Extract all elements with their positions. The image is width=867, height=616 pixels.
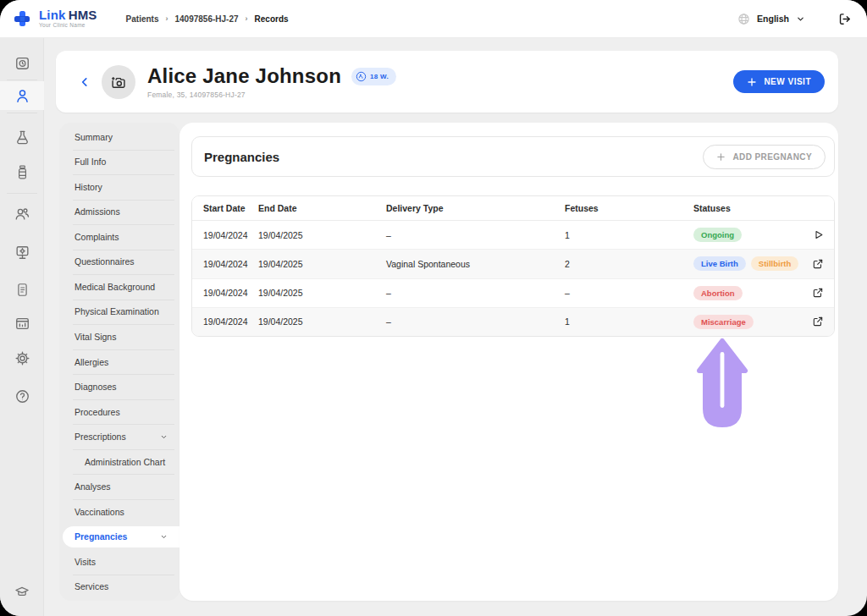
help-icon[interactable] [0, 382, 44, 410]
sidebar-item-label: Complaints [75, 232, 119, 242]
staff-icon[interactable] [0, 199, 44, 228]
chevron-down-icon [160, 433, 168, 441]
external-link-icon [812, 316, 824, 327]
app-window: Link HMS Your Clinic Name Patients › 140… [0, 0, 867, 616]
breadcrumb-patient-id[interactable]: 14097856-HJ-27 [174, 14, 238, 24]
sidebar-item-complaints[interactable]: Complaints [59, 224, 179, 250]
play-icon [812, 228, 825, 241]
camera-plus-icon [110, 74, 127, 91]
sidebar-item-vital-signs[interactable]: Vital Signs [59, 324, 179, 349]
pregnancy-week-badge: 18 W. [351, 68, 396, 85]
open-pregnancy-button[interactable] [809, 255, 827, 273]
cell-start-date: 19/04/2024 [192, 288, 258, 298]
cell-end-date: 19/04/2025 [258, 230, 386, 240]
sidebar-item-services[interactable]: Services [59, 575, 179, 600]
sidebar-item-label: Admissions [75, 206, 120, 217]
cell-delivery-type: – [386, 288, 565, 298]
brand-suffix: HMS [69, 8, 97, 21]
table-header: Start Date End Date Delivery Type Fetuse… [192, 196, 834, 221]
sidebar-item-label: Services [75, 581, 108, 591]
sidebar-item-label: History [75, 182, 102, 192]
add-pregnancy-button[interactable]: ADD PREGNANCY [703, 145, 826, 169]
brand-name: Link [39, 8, 66, 21]
open-pregnancy-button[interactable] [809, 312, 827, 331]
table-row: 19/04/2024 19/04/2025 – 1 Ongoing [192, 221, 834, 249]
sidebar-item-label: Medical Background [75, 282, 155, 292]
language-label: English [757, 14, 789, 24]
back-button[interactable] [75, 72, 95, 92]
sidebar-item-physical-examination[interactable]: Physical Examination [59, 300, 179, 325]
appointments-icon[interactable] [0, 48, 44, 77]
laboratory-icon[interactable] [0, 123, 44, 151]
language-selector[interactable]: English [737, 13, 805, 25]
sidebar-item-questionnaires[interactable]: Questionnaires [59, 250, 179, 275]
column-start-date: Start Date [192, 203, 258, 213]
status-badge-stillbirth: Stillbirth [751, 256, 799, 271]
open-pregnancy-button[interactable] [809, 283, 827, 302]
sidebar-item-procedures[interactable]: Procedures [59, 399, 179, 425]
sidebar-item-label: Pregnancies [75, 531, 127, 542]
status-badge-abortion: Abortion [693, 286, 743, 300]
sidebar-item-pregnancies[interactable]: Pregnancies [59, 525, 179, 550]
rail-divider [7, 80, 37, 80]
plus-icon [747, 77, 757, 87]
new-visit-label: NEW VISIT [764, 77, 811, 86]
patient-header-card: Alice Jane Johnson 18 W. Female, 35, 140… [56, 51, 838, 113]
sidebar-item-label: Physical Examination [75, 306, 159, 316]
sidebar-item-allergies[interactable]: Allergies [59, 349, 179, 375]
cell-fetuses: – [565, 288, 693, 298]
table-row: 19/04/2024 19/04/2025 – 1 Miscarriage [192, 307, 834, 336]
sidebar-item-prescriptions[interactable]: Prescriptions [59, 424, 179, 449]
documents-icon[interactable] [0, 275, 44, 304]
sidebar-item-label: Procedures [75, 407, 120, 417]
sidebar-item-diagnoses[interactable]: Diagnoses [59, 374, 179, 399]
sidebar-item-full-info[interactable]: Full Info [59, 150, 179, 175]
reports-icon[interactable] [0, 309, 44, 338]
patient-name: Alice Jane Johnson [147, 64, 341, 88]
settings-icon[interactable] [0, 344, 44, 372]
plus-icon [716, 152, 726, 162]
status-badge-ongoing: Ongoing [693, 228, 742, 242]
column-end-date: End Date [258, 203, 386, 213]
sidebar-item-label: Analyses [75, 481, 111, 492]
cell-delivery-type: – [386, 316, 565, 327]
logout-button[interactable] [837, 12, 852, 26]
cell-start-date: 19/04/2024 [192, 316, 258, 327]
sidebar-item-admissions[interactable]: Admissions [59, 200, 179, 225]
top-bar: Link HMS Your Clinic Name Patients › 140… [0, 0, 867, 38]
sidebar-item-medical-background[interactable]: Medical Background [59, 274, 179, 300]
sidebar-item-label: Summary [75, 132, 113, 142]
column-fetuses: Fetuses [565, 203, 693, 213]
sidebar-item-label: Administration Chart [85, 457, 165, 467]
breadcrumb-records: Records [255, 14, 289, 24]
page-title: Pregnancies [204, 150, 279, 164]
sidebar-item-label: Vaccinations [75, 507, 124, 517]
sidebar-item-administration-chart[interactable]: Administration Chart [59, 449, 179, 475]
rail-divider [7, 113, 37, 113]
topbar-right: English [737, 12, 852, 26]
education-icon[interactable] [0, 578, 44, 607]
workstation-icon[interactable] [0, 238, 44, 267]
sidebar-item-label: Prescriptions [75, 432, 126, 442]
table-row: 19/04/2024 19/04/2025 Vaginal Spontaneou… [192, 249, 834, 278]
sidebar-item-visits[interactable]: Visits [59, 549, 179, 575]
sidebar-item-vaccinations[interactable]: Vaccinations [59, 499, 179, 525]
breadcrumb-separator: › [165, 14, 168, 23]
sidebar-item-analyses[interactable]: Analyses [59, 474, 179, 499]
patient-avatar-upload[interactable] [102, 65, 135, 99]
app-logo[interactable]: Link HMS Your Clinic Name [12, 8, 97, 29]
sidebar-item-history[interactable]: History [59, 174, 179, 200]
patients-icon[interactable] [0, 81, 44, 110]
new-visit-button[interactable]: NEW VISIT [733, 70, 825, 93]
panel-header: Pregnancies ADD PREGNANCY [191, 136, 835, 177]
cell-end-date: 19/04/2025 [258, 316, 386, 327]
sidebar-item-label: Full Info [75, 157, 106, 167]
column-delivery-type: Delivery Type [386, 203, 565, 213]
pharmacy-icon[interactable] [0, 157, 44, 186]
sidebar-item-summary[interactable]: Summary [59, 124, 179, 150]
chevron-down-icon [796, 14, 805, 24]
logo-cross-icon [12, 8, 32, 29]
external-link-icon [812, 258, 824, 270]
continue-pregnancy-button[interactable] [809, 226, 827, 245]
breadcrumb-patients[interactable]: Patients [126, 14, 159, 24]
